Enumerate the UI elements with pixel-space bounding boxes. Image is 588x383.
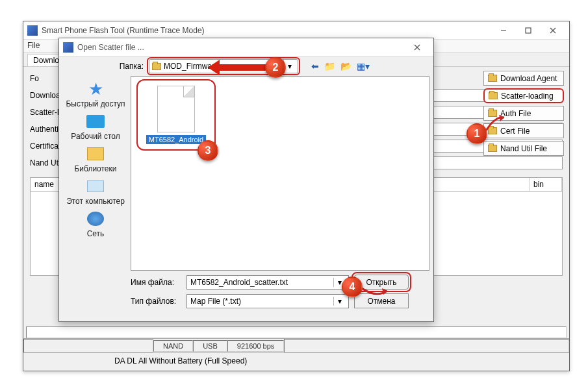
file-name: MT6582_Android bbox=[146, 135, 206, 144]
up-icon[interactable]: 📁 bbox=[324, 61, 335, 71]
filetype-label: Тип файлов: bbox=[131, 297, 181, 306]
dialog-titlebar: Open Scatter file ... bbox=[59, 38, 433, 56]
nand-util-button[interactable]: Nand Util File bbox=[483, 141, 564, 156]
callout-badge-4: 4 bbox=[342, 277, 363, 297]
callout-badge-1: 1 bbox=[467, 123, 487, 144]
svg-rect-1 bbox=[526, 28, 531, 33]
app-icon bbox=[27, 25, 38, 36]
computer-icon bbox=[87, 180, 104, 192]
file-item-scatter[interactable]: MT6582_Android bbox=[140, 83, 212, 147]
status-usb: USB bbox=[193, 340, 227, 352]
filetype-select[interactable]: Map File (*.txt)▾ bbox=[186, 294, 349, 308]
views-icon[interactable]: ▦▾ bbox=[357, 61, 370, 71]
maximize-button[interactable] bbox=[516, 22, 541, 39]
place-quick-access[interactable]: ★Быстрый доступ bbox=[66, 80, 125, 108]
new-folder-icon[interactable]: 📂 bbox=[340, 61, 352, 71]
library-icon bbox=[87, 147, 104, 160]
place-desktop[interactable]: Рабочий стол bbox=[66, 112, 125, 141]
status-mode: DA DL All Without Battery (Full Speed) bbox=[114, 356, 247, 365]
download-agent-button[interactable]: Download Agent bbox=[483, 71, 564, 86]
places-bar: ★Быстрый доступ Рабочий стол Библиотеки … bbox=[63, 76, 128, 271]
dialog-close-button[interactable] bbox=[405, 39, 429, 56]
scatter-loading-button[interactable]: Scatter-loading bbox=[483, 88, 564, 103]
network-icon bbox=[87, 212, 104, 226]
main-titlebar: Smart Phone Flash Tool (Runtime Trace Mo… bbox=[23, 21, 569, 40]
annotation-arrow bbox=[217, 64, 269, 71]
close-button[interactable] bbox=[541, 22, 565, 39]
nav-icons: ⬅ 📁 📂 ▦▾ bbox=[311, 61, 370, 71]
back-icon[interactable]: ⬅ bbox=[311, 61, 319, 71]
progress-bar bbox=[26, 327, 567, 338]
open-file-dialog: Open Scatter file ... Папка: MOD_Firmwar… bbox=[58, 38, 434, 322]
callout-badge-2: 2 bbox=[265, 57, 286, 78]
chevron-down-icon[interactable]: ▾ bbox=[333, 297, 345, 306]
desktop-icon bbox=[86, 115, 105, 128]
folder-label: Папка: bbox=[112, 62, 144, 71]
dialog-icon bbox=[63, 42, 73, 53]
folder-icon bbox=[489, 92, 498, 99]
status-nand: NAND bbox=[153, 340, 193, 352]
svg-marker-6 bbox=[499, 115, 504, 121]
minimize-button[interactable] bbox=[491, 22, 516, 39]
menu-file[interactable]: File bbox=[27, 41, 40, 51]
callout-badge-3: 3 bbox=[198, 140, 218, 161]
place-network[interactable]: Сеть bbox=[66, 210, 125, 238]
folder-icon bbox=[488, 75, 497, 82]
place-computer[interactable]: Этот компьютер bbox=[66, 177, 125, 206]
filename-input[interactable]: MT6582_Android_scatter.txt▾ bbox=[186, 275, 349, 290]
filename-label: Имя файла: bbox=[131, 278, 181, 287]
folder-icon bbox=[488, 145, 497, 152]
star-icon: ★ bbox=[88, 79, 103, 99]
file-pane[interactable]: MT6582_Android bbox=[131, 76, 429, 271]
window-title: Smart Phone Flash Tool (Runtime Trace Mo… bbox=[42, 26, 491, 35]
folder-icon bbox=[152, 63, 161, 70]
statusbar-mode-row: DA DL All Without Battery (Full Speed) bbox=[23, 352, 569, 368]
dialog-title: Open Scatter file ... bbox=[77, 43, 405, 52]
statusbar: NAND USB 921600 bps bbox=[23, 338, 569, 352]
place-libraries[interactable]: Библиотеки bbox=[66, 145, 125, 173]
col-bin[interactable]: bin bbox=[530, 178, 562, 191]
document-icon bbox=[157, 86, 195, 132]
status-baud: 921600 bps bbox=[227, 340, 285, 352]
